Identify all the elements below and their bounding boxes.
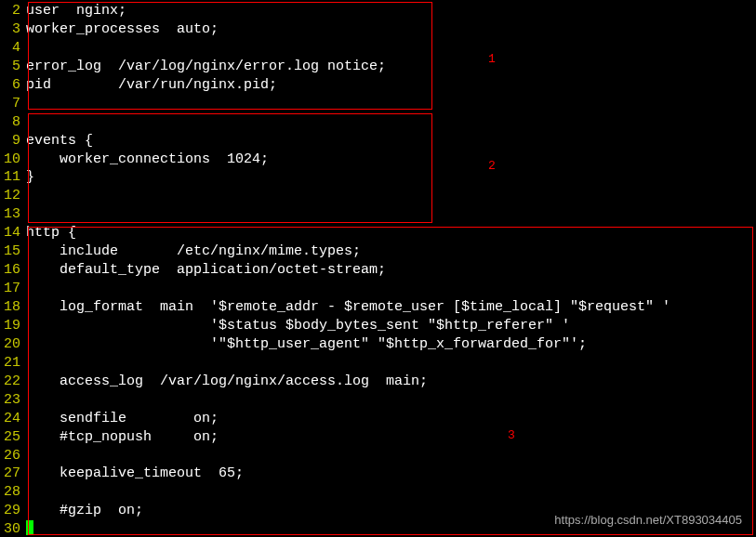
code-line[interactable]: 12: [0, 187, 756, 205]
code-text: worker_connections 1024;: [26, 151, 269, 169]
line-number: 6: [0, 76, 26, 95]
line-number: 28: [0, 483, 26, 502]
code-text: sendfile on;: [26, 410, 219, 428]
code-line[interactable]: 24 sendfile on;: [0, 410, 756, 428]
line-number: 20: [0, 335, 26, 354]
annotation-label-1: 1: [488, 51, 496, 67]
code-line[interactable]: 22 access_log /var/log/nginx/access.log …: [0, 373, 756, 391]
code-line[interactable]: 3worker_processes auto;: [0, 20, 756, 39]
code-line[interactable]: 17: [0, 280, 756, 298]
code-line[interactable]: 21: [0, 354, 756, 373]
line-number: 30: [0, 520, 26, 537]
code-text: }: [26, 168, 34, 187]
line-number: 8: [0, 113, 26, 132]
line-number: 25: [0, 428, 26, 447]
line-number: 17: [0, 280, 26, 298]
code-line[interactable]: 10 worker_connections 1024;: [0, 151, 756, 169]
line-number: 26: [0, 447, 26, 465]
line-number: 13: [0, 205, 26, 224]
line-number: 24: [0, 410, 26, 428]
code-editor[interactable]: 2user nginx;3worker_processes auto;45err…: [0, 0, 756, 537]
code-line[interactable]: 2user nginx;: [0, 2, 756, 20]
annotation-label-3: 3: [508, 427, 515, 443]
line-number: 15: [0, 242, 26, 261]
line-number: 16: [0, 261, 26, 280]
code-text: '$status $body_bytes_sent "$http_referer…: [26, 317, 570, 335]
code-text: events {: [26, 132, 93, 151]
line-number: 23: [0, 391, 26, 410]
code-line[interactable]: 20 '"$http_user_agent" "$http_x_forwarde…: [0, 335, 756, 354]
line-number: 4: [0, 39, 26, 58]
line-number: 11: [0, 168, 26, 187]
code-text: access_log /var/log/nginx/access.log mai…: [26, 373, 428, 391]
code-line[interactable]: 4: [0, 39, 756, 58]
code-text: user nginx;: [26, 2, 126, 20]
code-line[interactable]: 16 default_type application/octet-stream…: [0, 261, 756, 280]
line-number: 9: [0, 132, 26, 151]
line-number: 5: [0, 58, 26, 76]
line-number: 14: [0, 224, 26, 242]
code-line[interactable]: 15 include /etc/nginx/mime.types;: [0, 242, 756, 261]
code-text: log_format main '$remote_addr - $remote_…: [26, 298, 670, 317]
code-text: keepalive_timeout 65;: [26, 465, 244, 483]
code-line[interactable]: 14http {: [0, 224, 756, 242]
code-line[interactable]: 5error_log /var/log/nginx/error.log noti…: [0, 58, 756, 76]
line-number: 7: [0, 95, 26, 113]
cursor: [26, 520, 33, 535]
annotation-label-2: 2: [488, 158, 496, 174]
code-text: #gzip on;: [26, 502, 143, 520]
line-number: 22: [0, 373, 26, 391]
line-number: 18: [0, 298, 26, 317]
line-number: 10: [0, 151, 26, 169]
line-number: 19: [0, 317, 26, 335]
code-line[interactable]: 19 '$status $body_bytes_sent "$http_refe…: [0, 317, 756, 335]
code-line[interactable]: 23: [0, 391, 756, 410]
code-text: pid /var/run/nginx.pid;: [26, 76, 277, 95]
line-number: 29: [0, 502, 26, 520]
code-line[interactable]: 18 log_format main '$remote_addr - $remo…: [0, 298, 756, 317]
line-number: 3: [0, 20, 26, 39]
watermark: https://blog.csdn.net/XT893034405: [554, 512, 742, 528]
code-text: default_type application/octet-stream;: [26, 261, 386, 280]
code-text: error_log /var/log/nginx/error.log notic…: [26, 58, 386, 76]
code-line[interactable]: 26: [0, 447, 756, 465]
line-number: 12: [0, 187, 26, 205]
code-line[interactable]: 8: [0, 113, 756, 132]
code-line[interactable]: 27 keepalive_timeout 65;: [0, 465, 756, 483]
code-text: http {: [26, 224, 76, 242]
code-line[interactable]: 6pid /var/run/nginx.pid;: [0, 76, 756, 95]
line-number: 27: [0, 465, 26, 483]
code-text: '"$http_user_agent" "$http_x_forwarded_f…: [26, 335, 587, 354]
line-number: 21: [0, 354, 26, 373]
line-number: 2: [0, 2, 26, 20]
code-line[interactable]: 13: [0, 205, 756, 224]
code-text: worker_processes auto;: [26, 20, 219, 39]
code-line[interactable]: 28: [0, 483, 756, 502]
code-line[interactable]: 25 #tcp_nopush on;: [0, 428, 756, 447]
code-text: #tcp_nopush on;: [26, 428, 219, 447]
code-line[interactable]: 11}: [0, 168, 756, 187]
code-line[interactable]: 9events {: [0, 132, 756, 151]
code-line[interactable]: 7: [0, 95, 756, 113]
code-text: include /etc/nginx/mime.types;: [26, 242, 361, 261]
